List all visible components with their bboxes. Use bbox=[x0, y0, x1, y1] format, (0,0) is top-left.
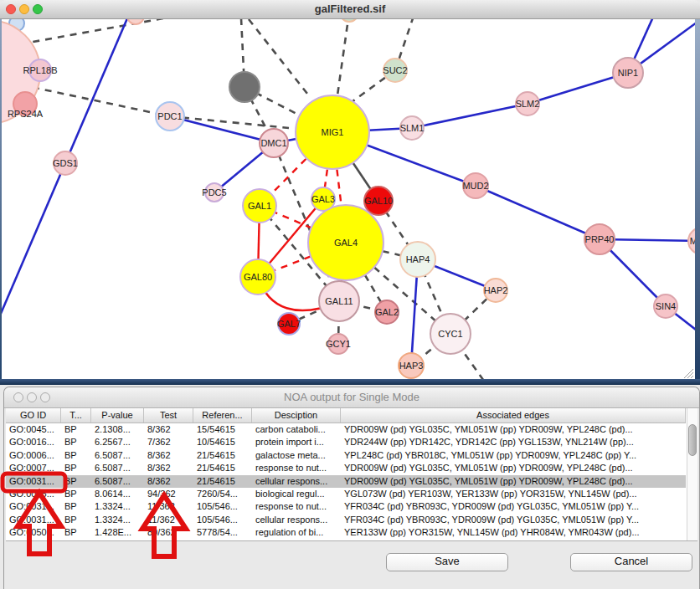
table-row[interactable]: GO:0006...BP6.5087...8/36221/54615galact… bbox=[6, 449, 686, 462]
table-row[interactable]: GO:0045...BP2.1308...8/36215/54615carbon… bbox=[6, 423, 686, 436]
node-label-GAL4: GAL4 bbox=[334, 238, 358, 248]
column-header-go[interactable]: GO ID bbox=[6, 408, 61, 423]
noa-window: NOA output for Single Mode GO IDT...P-va… bbox=[3, 387, 700, 589]
cell-ref: 105/546... bbox=[193, 500, 252, 513]
cell-test: 94/362 bbox=[144, 488, 193, 500]
node-label-SUC2: SUC2 bbox=[383, 65, 407, 75]
cell-desc: response to nut... bbox=[252, 462, 341, 474]
results-table: GO IDT...P-valueTestReferen...Desciption… bbox=[6, 408, 697, 541]
network-graph: RPL18BRPS24AGDS1PDC1DMC1MIG1SUC2SLM1SLM2… bbox=[0, 18, 700, 385]
table-header-row: GO IDT...P-valueTestReferen...Desciption… bbox=[6, 408, 686, 423]
table-row[interactable]: GO:0065...BP8.0614...94/3627260/54...bio… bbox=[6, 488, 686, 500]
cell-p: 6.2567... bbox=[91, 436, 144, 448]
cell-go: GO:0031... bbox=[6, 475, 61, 488]
table-row[interactable]: GO:0031...BP1.3324...11/362105/546...cel… bbox=[6, 514, 686, 526]
node-label-HAP4: HAP4 bbox=[406, 254, 430, 264]
cell-type: BP bbox=[61, 488, 91, 500]
edge-blue bbox=[170, 116, 274, 143]
cell-go: GO:0031... bbox=[6, 514, 61, 526]
cell-p: 6.5087... bbox=[91, 462, 144, 474]
network-border-left bbox=[0, 18, 2, 385]
cell-type: BP bbox=[61, 475, 91, 488]
cell-p: 6.5087... bbox=[91, 449, 144, 462]
screen: RPL18BRPS24AGDS1PDC1DMC1MIG1SUC2SLM1SLM2… bbox=[0, 0, 700, 589]
column-header-test[interactable]: Test bbox=[144, 408, 193, 423]
cell-type: BP bbox=[61, 500, 91, 513]
cell-type: BP bbox=[61, 462, 91, 474]
cell-go: GO:0031... bbox=[6, 500, 61, 513]
cancel-button[interactable]: Cancel bbox=[570, 553, 692, 571]
cell-type: BP bbox=[61, 436, 91, 448]
edge-dash bbox=[337, 18, 349, 95]
cell-edges: YFR034C (pd) YBR093C, YDR009W (pd) YGL03… bbox=[341, 514, 686, 526]
cell-go: GO:0007... bbox=[6, 462, 61, 474]
cell-test: 7/362 bbox=[144, 436, 193, 448]
cell-edges: YDR244W (pp) YDR142C, YDR142C (pp) YGL15… bbox=[341, 436, 686, 448]
cell-type: BP bbox=[61, 526, 91, 539]
cell-p: 1.3324... bbox=[91, 500, 144, 513]
cell-edges: YER133W (pp) YOR315W, YNL145W (pd) YHR08… bbox=[341, 526, 686, 539]
cell-ref: 10/54615 bbox=[193, 436, 252, 448]
cell-test: 8/362 bbox=[144, 449, 193, 462]
node-label-HAP3: HAP3 bbox=[399, 361, 424, 371]
cell-p: 2.1308... bbox=[91, 423, 144, 436]
network-window-title: galFiltered.sif bbox=[0, 3, 700, 15]
node-label-NIP1: NIP1 bbox=[618, 68, 638, 78]
cell-test: 8/362 bbox=[144, 462, 193, 474]
node-gray[interactable] bbox=[229, 72, 260, 102]
cell-ref: 105/546... bbox=[193, 514, 252, 526]
resize-grip-icon[interactable] bbox=[683, 368, 695, 379]
node-label-SIN4: SIN4 bbox=[656, 301, 676, 311]
cell-go: GO:0045... bbox=[6, 423, 61, 436]
table-row[interactable]: GO:0007...BP6.5087...8/36221/54615respon… bbox=[6, 462, 686, 474]
cell-desc: cellular respons... bbox=[252, 514, 341, 526]
vertical-scrollbar[interactable] bbox=[687, 408, 697, 540]
cell-type: BP bbox=[61, 449, 91, 462]
cell-test: 8/362 bbox=[144, 475, 193, 488]
cell-edges: YGL073W (pd) YER103W, YER133W (pp) YOR31… bbox=[341, 488, 686, 500]
cell-go: GO:0050... bbox=[6, 526, 61, 539]
cell-type: BP bbox=[61, 514, 91, 526]
network-window: RPL18BRPS24AGDS1PDC1DMC1MIG1SUC2SLM1SLM2… bbox=[0, 0, 700, 385]
noa-titlebar[interactable]: NOA output for Single Mode bbox=[4, 387, 699, 408]
save-button[interactable]: Save bbox=[386, 553, 508, 571]
cell-edges: YDR009W (pd) YGL035C, YML051W (pp) YDR00… bbox=[341, 462, 686, 474]
cell-test: 11/362 bbox=[144, 514, 193, 526]
node-label-GAL11: GAL11 bbox=[325, 296, 353, 306]
node-label-PRP40: PRP40 bbox=[585, 234, 615, 244]
column-header-ref[interactable]: Referen... bbox=[193, 408, 252, 423]
node-label-GCY1: GCY1 bbox=[326, 339, 351, 349]
node-top-pink[interactable] bbox=[127, 18, 144, 24]
node-label-GAL3: GAL3 bbox=[311, 194, 335, 204]
column-header-desc[interactable]: Desciption bbox=[252, 408, 341, 423]
cell-edges: YDR009W (pd) YGL035C, YML051W (pp) YDR00… bbox=[341, 475, 686, 488]
node-label-HAP2: HAP2 bbox=[484, 285, 508, 295]
scrollbar-thumb[interactable] bbox=[688, 424, 697, 456]
node-label-MUD2: MUD2 bbox=[462, 181, 488, 191]
node-label-SLM2: SLM2 bbox=[516, 99, 540, 109]
cell-go: GO:0006... bbox=[6, 449, 61, 462]
cell-desc: biological regul... bbox=[252, 488, 341, 500]
column-header-type[interactable]: T... bbox=[61, 408, 91, 423]
table-row[interactable]: GO:0050...BP1.428E...80/3625778/54...reg… bbox=[6, 526, 686, 539]
edge-dash bbox=[170, 116, 289, 128]
cell-test: 8/362 bbox=[144, 423, 193, 436]
network-border-right bbox=[695, 18, 700, 385]
table-row[interactable]: GO:0016...BP6.2567...7/36210/54615protei… bbox=[6, 436, 686, 448]
column-header-edges[interactable]: Associated edges bbox=[341, 408, 686, 423]
network-titlebar[interactable]: galFiltered.sif bbox=[0, 0, 700, 19]
cell-desc: protein import i... bbox=[252, 436, 341, 448]
cell-ref: 5778/54... bbox=[193, 526, 252, 539]
cell-ref: 21/54615 bbox=[193, 462, 252, 474]
cell-p: 8.0614... bbox=[91, 488, 144, 500]
column-header-p[interactable]: P-value bbox=[91, 408, 144, 423]
cell-edges: YFR034C (pd) YBR093C, YDR009W (pd) YGL03… bbox=[341, 500, 686, 513]
table-row[interactable]: GO:0031...BP1.3324...11/362105/546...res… bbox=[6, 500, 686, 513]
cell-desc: cellular respons... bbox=[252, 475, 341, 488]
node-label-PDC5: PDC5 bbox=[202, 187, 226, 197]
node-label-GAL7: GAL7 bbox=[277, 319, 301, 329]
cell-ref: 21/54615 bbox=[193, 475, 252, 488]
edge-blue bbox=[412, 104, 528, 128]
table-row[interactable]: GO:0031...BP6.5087...8/36221/54615cellul… bbox=[6, 475, 686, 488]
cell-desc: response to nut... bbox=[252, 500, 341, 513]
